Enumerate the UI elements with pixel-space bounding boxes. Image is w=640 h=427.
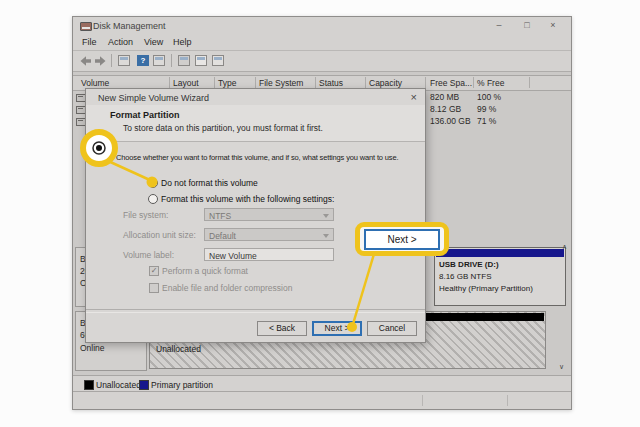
next-button[interactable]: Next > bbox=[312, 321, 362, 336]
check-task-icon[interactable] bbox=[195, 55, 207, 66]
unallocated-label: Unallocated bbox=[156, 344, 201, 354]
toolbar-separator bbox=[111, 54, 112, 67]
format-volume-radio[interactable] bbox=[148, 194, 158, 204]
status-bar bbox=[73, 391, 571, 409]
allocation-unit-label: Allocation unit size: bbox=[123, 230, 196, 240]
forward-arrow-icon[interactable] bbox=[95, 56, 106, 66]
primary-partition-legend-swatch bbox=[139, 380, 149, 390]
partition-size: 8.16 GB NTFS bbox=[439, 272, 491, 281]
volume-label-value: New Volume bbox=[209, 251, 257, 261]
column-pct-free[interactable]: % Free bbox=[477, 78, 504, 88]
title-bar: Disk Management – □ × bbox=[73, 17, 571, 34]
column-separator bbox=[473, 77, 474, 88]
volume-label-input[interactable]: New Volume bbox=[204, 248, 334, 261]
new-simple-volume-wizard-dialog: New Simple Volume Wizard × Format Partit… bbox=[85, 88, 426, 343]
quick-format-checkbox[interactable]: ✓ bbox=[149, 266, 159, 276]
column-file-system[interactable]: File System bbox=[259, 78, 303, 88]
statusbar-separator bbox=[507, 395, 508, 406]
unallocated-legend-swatch bbox=[84, 380, 94, 390]
menu-action[interactable]: Action bbox=[108, 37, 133, 47]
menu-bar: File Action View Help bbox=[73, 34, 571, 51]
column-separator bbox=[529, 77, 530, 88]
free-space-value: 820 MB bbox=[430, 92, 459, 102]
magnified-next-button: Next > bbox=[364, 229, 440, 250]
column-separator bbox=[315, 77, 316, 88]
statusbar-separator bbox=[422, 395, 423, 406]
free-space-value: 8.12 GB bbox=[430, 104, 461, 114]
free-space-value: 136.00 GB bbox=[430, 116, 471, 126]
file-system-label: File system: bbox=[123, 210, 168, 220]
volume-label-label: Volume label: bbox=[123, 250, 174, 260]
graphical-view-icon[interactable] bbox=[153, 55, 165, 66]
properties-icon[interactable] bbox=[212, 55, 224, 66]
column-volume[interactable]: Volume bbox=[81, 78, 109, 88]
cancel-button[interactable]: Cancel bbox=[367, 321, 417, 336]
column-separator bbox=[365, 77, 366, 88]
menu-view[interactable]: View bbox=[144, 37, 163, 47]
disk2-status: Online bbox=[80, 343, 105, 353]
format-partition-heading: Format Partition bbox=[110, 110, 180, 120]
help-icon[interactable]: ? bbox=[137, 55, 149, 66]
column-layout[interactable]: Layout bbox=[173, 78, 199, 88]
legend-bar: Unallocated Primary partition bbox=[73, 375, 571, 392]
back-button[interactable]: < Back bbox=[257, 321, 307, 336]
allocation-unit-value: Default bbox=[209, 231, 236, 241]
file-system-value: NTFS bbox=[209, 211, 231, 221]
instruction-text: Choose whether you want to format this v… bbox=[116, 153, 398, 162]
partition-status: Healthy (Primary Partition) bbox=[439, 284, 533, 293]
column-separator bbox=[425, 77, 426, 88]
chevron-down-icon bbox=[323, 214, 329, 218]
disk-list-view-icon[interactable] bbox=[118, 55, 130, 66]
column-capacity[interactable]: Capacity bbox=[369, 78, 402, 88]
do-not-format-radio[interactable] bbox=[148, 178, 158, 188]
format-partition-subheading: To store data on this partition, you mus… bbox=[123, 123, 323, 133]
unallocated-legend-label: Unallocated bbox=[96, 380, 141, 390]
compression-checkbox[interactable] bbox=[149, 283, 159, 293]
column-separator bbox=[214, 77, 215, 88]
pct-free-value: 71 % bbox=[477, 116, 496, 126]
column-separator bbox=[255, 77, 256, 88]
dialog-separator bbox=[86, 309, 425, 313]
maximize-button[interactable]: □ bbox=[517, 19, 537, 32]
close-button[interactable]: × bbox=[543, 19, 563, 32]
primary-partition-color-bar bbox=[436, 249, 564, 257]
allocation-unit-dropdown[interactable]: Default bbox=[204, 228, 334, 241]
magnified-next-button-annotation: Next > bbox=[355, 222, 449, 256]
pct-free-value: 100 % bbox=[477, 92, 501, 102]
toolbar-separator bbox=[171, 54, 172, 67]
format-volume-label[interactable]: Format this volume with the following se… bbox=[161, 194, 334, 204]
window-title: Disk Management bbox=[93, 21, 166, 31]
dialog-header: Format Partition To store data on this p… bbox=[86, 105, 425, 142]
column-type[interactable]: Type bbox=[218, 78, 236, 88]
do-not-format-label[interactable]: Do not format this volume bbox=[161, 178, 258, 188]
column-status[interactable]: Status bbox=[319, 78, 343, 88]
quick-format-label[interactable]: Perform a quick format bbox=[162, 266, 248, 276]
minimize-button[interactable]: – bbox=[489, 19, 509, 32]
partition-name: USB DRIVE (D:) bbox=[439, 260, 499, 269]
menu-file[interactable]: File bbox=[82, 37, 97, 47]
scroll-down-icon[interactable]: ∨ bbox=[559, 363, 564, 371]
column-free-space[interactable]: Free Spa... bbox=[430, 78, 472, 88]
action-tool-icon[interactable] bbox=[178, 55, 190, 66]
dialog-title: New Simple Volume Wizard bbox=[98, 93, 209, 103]
column-separator bbox=[169, 77, 170, 88]
toolbar: ? bbox=[73, 51, 571, 72]
menu-help[interactable]: Help bbox=[173, 37, 192, 47]
scroll-up-icon[interactable]: ∧ bbox=[562, 243, 567, 251]
disk-management-app-icon bbox=[80, 22, 92, 31]
primary-partition-legend-label: Primary partition bbox=[151, 380, 213, 390]
file-system-dropdown[interactable]: NTFS bbox=[204, 208, 334, 221]
compression-label[interactable]: Enable file and folder compression bbox=[162, 283, 292, 293]
dialog-close-icon[interactable]: × bbox=[411, 91, 417, 103]
chevron-down-icon bbox=[323, 234, 329, 238]
back-arrow-icon[interactable] bbox=[80, 56, 91, 66]
screenshot-canvas: Disk Management – □ × File Action View H… bbox=[0, 0, 640, 427]
pct-free-value: 99 % bbox=[477, 104, 496, 114]
usb-drive-partition-block[interactable]: USB DRIVE (D:) 8.16 GB NTFS Healthy (Pri… bbox=[434, 247, 566, 306]
